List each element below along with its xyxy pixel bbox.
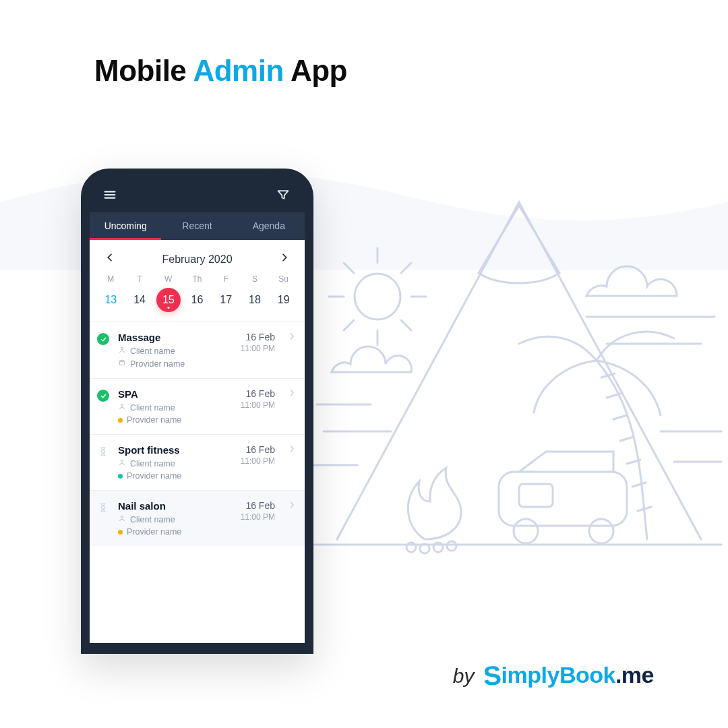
booking-title: Nail salon [118, 500, 233, 512]
booking-client: Client name [118, 346, 233, 356]
date-cell[interactable]: 15 [154, 286, 183, 313]
page-title-pre: Mobile [94, 54, 193, 87]
booking-client: Client name [118, 514, 233, 524]
tabs: UncomingRecentAgenda [90, 212, 305, 240]
chevron-right-icon [283, 500, 297, 510]
date-cell[interactable]: 18 [241, 286, 270, 313]
logo-dot: . [615, 662, 621, 688]
booking-title: SPA [118, 388, 233, 400]
weekday-label: Su [269, 274, 298, 284]
user-icon [118, 346, 126, 356]
logo-word: implyBook [502, 662, 615, 688]
user-icon [118, 514, 126, 524]
svg-point-30 [121, 404, 123, 406]
booking-provider: Provider name [118, 471, 233, 481]
menu-button[interactable] [100, 185, 119, 204]
background-lineart [297, 162, 728, 593]
chevron-right-icon [283, 388, 297, 398]
logo-s: S [483, 660, 502, 692]
booking-client: Client name [118, 458, 233, 468]
shop-icon [118, 359, 126, 369]
svg-point-32 [121, 516, 123, 518]
booking-list: MassageClient nameProvider name16 Feb11:… [90, 322, 305, 546]
panel: February 2020 MTWThFSSu 13141516171819 M… [90, 240, 305, 643]
booking-client: Client name [118, 402, 233, 413]
svg-point-18 [514, 519, 538, 543]
svg-point-19 [589, 519, 613, 543]
booking-provider: Provider name [118, 415, 233, 425]
date-cell[interactable]: 16 [183, 286, 212, 313]
booking-row[interactable]: MassageClient nameProvider name16 Feb11:… [90, 322, 305, 378]
next-month-button[interactable] [275, 249, 294, 269]
weekday-label: W [154, 274, 183, 284]
tab-recent[interactable]: Recent [161, 212, 233, 240]
user-icon [118, 402, 126, 413]
brand-footer: by SimplyBook.me [453, 659, 654, 689]
booking-row[interactable]: Sport fitnessClient nameProvider name16 … [90, 434, 305, 490]
booking-provider: Provider name [118, 359, 233, 369]
date-cell[interactable]: 13 [96, 286, 125, 313]
svg-point-31 [121, 460, 123, 462]
weekday-row: MTWThFSSu [90, 272, 305, 284]
weekday-label: T [125, 274, 154, 284]
hourglass-icon [98, 502, 109, 516]
svg-line-8 [401, 320, 411, 330]
page-title-accent: Admin [193, 54, 283, 87]
date-cell[interactable]: 17 [212, 286, 241, 313]
booking-title: Massage [118, 332, 233, 343]
hourglass-icon [98, 446, 109, 460]
provider-dot [118, 418, 123, 423]
svg-point-20 [406, 543, 416, 552]
booking-title: Sport fitness [118, 444, 233, 456]
by-label: by [453, 665, 475, 688]
tab-agenda[interactable]: Agenda [233, 212, 305, 240]
booking-datetime: 16 Feb11:00 PM [241, 500, 275, 522]
logo-me: me [621, 662, 654, 688]
weekday-label: Th [183, 274, 212, 284]
month-label: February 2020 [162, 253, 232, 266]
page-title: Mobile Admin App [94, 54, 347, 88]
weekday-label: F [212, 274, 241, 284]
svg-line-5 [344, 263, 354, 273]
brand-logo: SimplyBook.me [483, 659, 654, 689]
svg-line-6 [401, 263, 411, 273]
svg-rect-16 [499, 472, 627, 526]
booking-datetime: 16 Feb11:00 PM [241, 332, 275, 353]
check-icon [97, 390, 109, 402]
svg-rect-29 [120, 362, 125, 365]
svg-point-22 [433, 543, 443, 552]
chevron-right-icon [283, 332, 297, 341]
app-topbar [90, 177, 305, 212]
month-nav: February 2020 [90, 240, 305, 272]
booking-row[interactable]: Nail salonClient nameProvider name16 Feb… [90, 490, 305, 546]
tab-uncoming[interactable]: Uncoming [90, 212, 161, 240]
svg-rect-17 [519, 484, 553, 507]
provider-dot [118, 474, 123, 479]
phone-frame: UncomingRecentAgenda February 2020 MTWTh… [81, 169, 313, 654]
chevron-right-icon [283, 444, 297, 454]
date-cell[interactable]: 14 [125, 286, 154, 313]
booking-datetime: 16 Feb11:00 PM [241, 388, 275, 410]
svg-point-21 [420, 544, 429, 553]
user-icon [118, 458, 126, 468]
check-icon [97, 333, 109, 345]
booking-provider: Provider name [118, 527, 233, 537]
booking-datetime: 16 Feb11:00 PM [241, 444, 275, 466]
provider-dot [118, 530, 123, 535]
booking-row[interactable]: SPAClient nameProvider name16 Feb11:00 P… [90, 378, 305, 434]
filter-button[interactable] [274, 185, 293, 204]
date-row: 13141516171819 [90, 284, 305, 322]
svg-line-7 [344, 320, 354, 330]
svg-point-23 [447, 541, 456, 551]
svg-point-28 [121, 347, 123, 349]
date-cell[interactable]: 19 [269, 286, 298, 313]
page-title-post: App [284, 54, 347, 87]
svg-point-0 [355, 274, 400, 320]
weekday-label: M [96, 274, 125, 284]
weekday-label: S [241, 274, 270, 284]
prev-month-button[interactable] [100, 249, 119, 269]
